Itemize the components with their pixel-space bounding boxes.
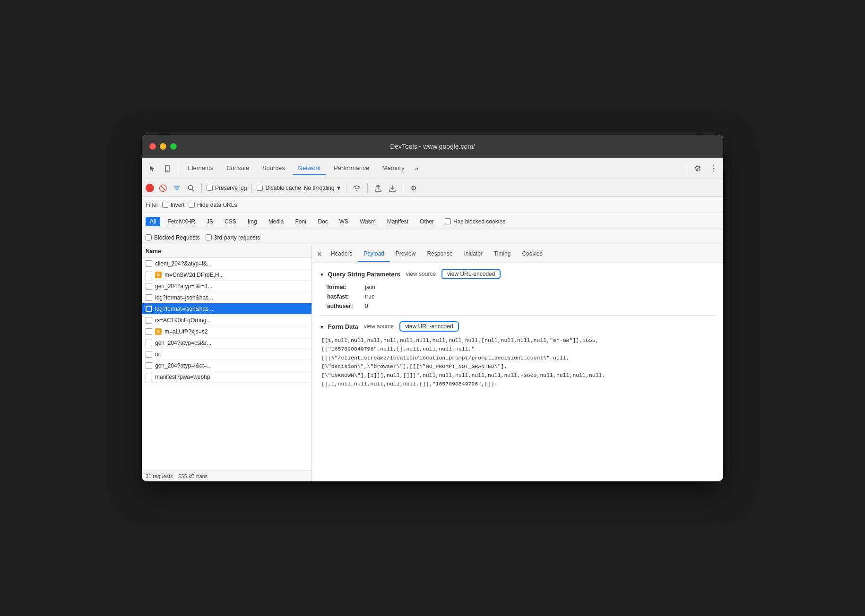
- tab-payload[interactable]: Payload: [358, 247, 389, 262]
- param-value-format: json: [365, 284, 375, 291]
- minimize-button[interactable]: [160, 143, 166, 150]
- request-name: log?format=json&has...: [155, 294, 213, 301]
- settings-icon[interactable]: ⚙: [691, 162, 704, 175]
- request-item[interactable]: gen_204?atyp=csi&r...: [142, 337, 311, 349]
- form-data-view-source-link[interactable]: view source: [364, 323, 394, 330]
- content-area: Name client_204?&atyp=i&... ⚙ m=CnSW2d,D…: [142, 245, 723, 481]
- view-url-encoded-button[interactable]: view URL-encoded: [441, 269, 501, 279]
- subtoolbar-sep-1: [201, 183, 202, 193]
- request-checkbox[interactable]: [146, 351, 152, 358]
- request-checkbox[interactable]: [146, 374, 152, 380]
- query-string-title: ▼ Query String Parameters: [320, 271, 400, 278]
- request-item[interactable]: manifest?pwa=webhp: [142, 371, 311, 383]
- close-button[interactable]: [149, 143, 156, 150]
- filter-type-wasm[interactable]: Wasm: [355, 217, 380, 226]
- network-conditions-icon[interactable]: [351, 182, 363, 194]
- hide-data-urls-checkbox[interactable]: Hide data URLs: [189, 202, 237, 208]
- more-tabs-button[interactable]: »: [412, 163, 421, 174]
- form-data-view-url-encoded-button[interactable]: view URL-encoded: [399, 321, 458, 332]
- filter-type-img[interactable]: Img: [243, 217, 261, 226]
- import-icon[interactable]: [372, 182, 384, 194]
- cursor-icon[interactable]: [146, 162, 159, 175]
- request-name: log?format=json&has...: [155, 306, 213, 312]
- tab-headers[interactable]: Headers: [325, 247, 358, 262]
- throttling-selector[interactable]: No throttling ▼: [304, 185, 342, 191]
- request-checkbox[interactable]: [146, 317, 152, 324]
- record-button[interactable]: [146, 184, 154, 192]
- collapse-icon-2[interactable]: ▼: [320, 325, 324, 330]
- tab-elements[interactable]: Elements: [182, 162, 219, 175]
- subtoolbar-sep-3: [346, 183, 346, 193]
- tab-preview[interactable]: Preview: [390, 247, 422, 262]
- request-item[interactable]: ui: [142, 349, 311, 360]
- view-source-link[interactable]: view source: [406, 271, 436, 277]
- form-data-title: ▼ Form Data: [320, 323, 358, 330]
- request-item[interactable]: gen_204?atyp=i&ct=...: [142, 360, 311, 371]
- search-icon[interactable]: [185, 182, 197, 194]
- network-settings-icon[interactable]: ⚙: [408, 182, 419, 194]
- request-checkbox[interactable]: [146, 362, 152, 369]
- tab-sources[interactable]: Sources: [257, 162, 291, 175]
- filter-type-manifest[interactable]: Manifest: [383, 217, 413, 226]
- request-checkbox[interactable]: [146, 260, 152, 267]
- export-icon[interactable]: [387, 182, 398, 194]
- tab-response[interactable]: Response: [421, 247, 458, 262]
- request-checkbox[interactable]: [146, 294, 152, 301]
- request-checkbox[interactable]: [146, 272, 152, 278]
- close-detail-button[interactable]: ✕: [314, 248, 325, 260]
- svg-rect-1: [166, 171, 168, 171]
- filter-type-media[interactable]: Media: [264, 217, 288, 226]
- filter-type-ws[interactable]: WS: [335, 217, 353, 226]
- tab-initiator[interactable]: Initiator: [458, 247, 488, 262]
- tab-console[interactable]: Console: [221, 162, 255, 175]
- request-item[interactable]: ⚙ m=CnSW2d,DPreE,H...: [142, 269, 311, 281]
- toolbar-right: ⚙ ⋮: [685, 162, 719, 175]
- filter-type-font[interactable]: Font: [291, 217, 311, 226]
- detail-tabs: ✕ Headers Payload Preview Response Initi…: [312, 245, 723, 263]
- request-item[interactable]: ⚙ m=aLUfP?xjs=s2: [142, 326, 311, 337]
- form-data-section-header: ▼ Form Data view source view URL-encoded: [320, 321, 716, 332]
- filter-icon[interactable]: [171, 182, 182, 194]
- tab-timing[interactable]: Timing: [488, 247, 517, 262]
- param-value-hasfast: true: [365, 293, 375, 300]
- tab-network[interactable]: Network: [293, 162, 327, 175]
- request-item[interactable]: client_204?&atyp=i&...: [142, 258, 311, 269]
- request-checkbox[interactable]: [146, 340, 152, 346]
- filter-types-bar: All Fetch/XHR JS CSS Img Media Font Doc …: [142, 213, 723, 230]
- status-bar: 31 requests 555 kB trans: [142, 471, 311, 481]
- filter-type-other[interactable]: Other: [415, 217, 438, 226]
- request-checkbox[interactable]: [146, 328, 152, 335]
- tab-cookies[interactable]: Cookies: [516, 247, 548, 262]
- param-row-format: format: json: [327, 284, 716, 291]
- request-list: client_204?&atyp=i&... ⚙ m=CnSW2d,DPreE,…: [142, 258, 311, 471]
- disable-cache-checkbox[interactable]: Disable cache: [257, 185, 301, 191]
- blocked-requests-checkbox[interactable]: Blocked Requests: [146, 234, 200, 241]
- collapse-icon[interactable]: ▼: [320, 272, 324, 277]
- preserve-log-checkbox[interactable]: Preserve log: [207, 185, 247, 191]
- titlebar: DevTools - www.google.com/: [142, 135, 723, 158]
- filter-type-all[interactable]: All: [146, 217, 160, 226]
- clear-button[interactable]: 🚫: [157, 182, 168, 194]
- request-item[interactable]: log?format=json&has...: [142, 292, 311, 303]
- tab-memory[interactable]: Memory: [377, 162, 410, 175]
- invert-checkbox[interactable]: Invert: [162, 202, 185, 208]
- third-party-checkbox[interactable]: 3rd-party requests: [206, 234, 260, 241]
- left-panel-header: Name: [142, 245, 311, 258]
- has-blocked-cookies-checkbox[interactable]: Has blocked cookies: [445, 218, 505, 225]
- menu-icon[interactable]: ⋮: [706, 162, 719, 175]
- svg-line-3: [192, 189, 194, 191]
- param-key-format: format:: [327, 284, 365, 291]
- request-item[interactable]: gen_204?atyp=i&r=1...: [142, 281, 311, 292]
- request-checkbox[interactable]: [146, 283, 152, 290]
- filter-type-js[interactable]: JS: [202, 217, 217, 226]
- filter-type-doc[interactable]: Doc: [313, 217, 332, 226]
- filter-type-fetch-xhr[interactable]: Fetch/XHR: [163, 217, 199, 226]
- param-value-authuser: 0: [365, 303, 368, 309]
- filter-type-css[interactable]: CSS: [220, 217, 241, 226]
- request-checkbox[interactable]: [146, 306, 152, 312]
- request-item[interactable]: rs=ACT90oFqOrnng...: [142, 315, 311, 326]
- maximize-button[interactable]: [170, 143, 177, 150]
- mobile-icon[interactable]: [161, 162, 174, 175]
- tab-performance[interactable]: Performance: [328, 162, 374, 175]
- request-item-selected[interactable]: log?format=json&has...: [142, 303, 311, 315]
